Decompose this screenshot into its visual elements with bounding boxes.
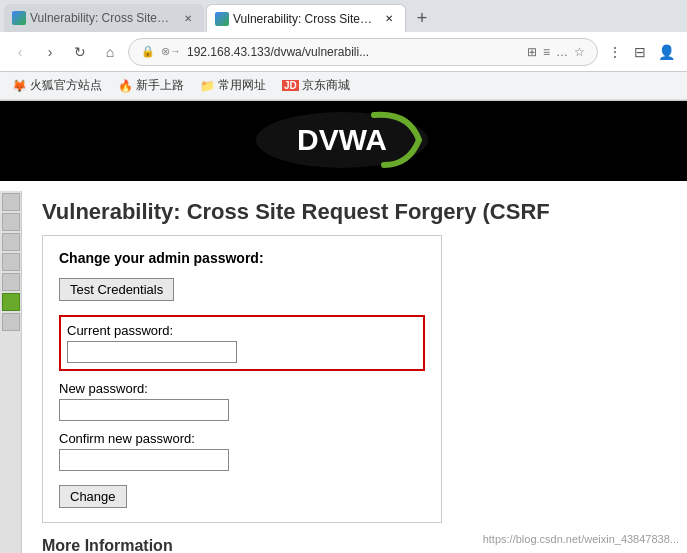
new-password-input[interactable] (59, 399, 229, 421)
account-icon[interactable]: 👤 (654, 42, 679, 62)
sidebar-item-6-active (2, 293, 20, 311)
change-button[interactable]: Change (59, 485, 127, 508)
tab-1-title: Vulnerability: Cross Site Req... (30, 11, 172, 25)
tab-2-favicon (215, 12, 229, 26)
sidebar-item-5 (2, 273, 20, 291)
sidebar (0, 191, 22, 553)
bookmark-4-label: 京东商城 (302, 77, 350, 94)
new-password-group: New password: (59, 381, 425, 421)
forward-button[interactable]: › (38, 40, 62, 64)
tab-1[interactable]: Vulnerability: Cross Site Req... ✕ (4, 4, 204, 32)
tab-bar: Vulnerability: Cross Site Req... ✕ Vulne… (0, 0, 687, 32)
ev-icon: ⊗→ (161, 45, 181, 58)
address-bar: ‹ › ↻ ⌂ 🔒 ⊗→ 192.168.43.133/dvwa/vulnera… (0, 32, 687, 72)
tab-2[interactable]: Vulnerability: Cross Site Req... ✕ (206, 4, 406, 32)
page-title: Vulnerability: Cross Site Request Forger… (42, 199, 667, 225)
more-icon: … (556, 45, 568, 59)
bookmark-2-label: 新手上路 (136, 77, 184, 94)
tab-1-close[interactable]: ✕ (180, 10, 196, 26)
back-button[interactable]: ‹ (8, 40, 32, 64)
main-content: Vulnerability: Cross Site Request Forger… (0, 181, 687, 553)
bookmark-2[interactable]: 🔥 新手上路 (114, 75, 188, 96)
dvwa-logo: DVWA (254, 110, 434, 173)
sidebar-item-2 (2, 213, 20, 231)
dvwa-header: DVWA (0, 101, 687, 181)
page-content: DVWA Vulnerability: Cross Site Request F… (0, 101, 687, 553)
bookmark-3-label: 常用网址 (218, 77, 266, 94)
form-heading: Change your admin password: (59, 250, 425, 266)
lock-icon: 🔒 (141, 45, 155, 58)
reader-icon: ≡ (543, 45, 550, 59)
new-tab-button[interactable]: + (408, 4, 436, 32)
current-password-label: Current password: (67, 323, 417, 338)
sidebar-item-4 (2, 253, 20, 271)
tab-2-title: Vulnerability: Cross Site Req... (233, 12, 373, 26)
address-text: 192.168.43.133/dvwa/vulnerabili... (187, 45, 521, 59)
sidebar-item-1 (2, 193, 20, 211)
confirm-password-group: Confirm new password: (59, 431, 425, 471)
new-password-label: New password: (59, 381, 425, 396)
confirm-password-input[interactable] (59, 449, 229, 471)
bookmark-4-icon: JD (282, 80, 299, 91)
home-button[interactable]: ⌂ (98, 40, 122, 64)
bookmark-3[interactable]: 📁 常用网址 (196, 75, 270, 96)
bookmark-1[interactable]: 🦊 火狐官方站点 (8, 75, 106, 96)
current-password-group: Current password: (59, 315, 425, 371)
toolbar-icons: ⋮ ⊟ 👤 (604, 42, 679, 62)
bookmarks-bar: 🦊 火狐官方站点 🔥 新手上路 📁 常用网址 JD 京东商城 (0, 72, 687, 100)
browser-chrome: Vulnerability: Cross Site Req... ✕ Vulne… (0, 0, 687, 101)
watermark: https://blog.csdn.net/weixin_43847838... (483, 533, 679, 545)
confirm-password-label: Confirm new password: (59, 431, 425, 446)
bookmark-2-icon: 🔥 (118, 79, 133, 93)
test-credentials-button[interactable]: Test Credentials (59, 278, 174, 301)
bookmark-4[interactable]: JD 京东商城 (278, 75, 354, 96)
content-area: Vulnerability: Cross Site Request Forger… (22, 191, 687, 553)
tab-2-close[interactable]: ✕ (381, 11, 397, 27)
grid-icon: ⊞ (527, 45, 537, 59)
form-box: Change your admin password: Test Credent… (42, 235, 442, 523)
svg-text:DVWA: DVWA (297, 123, 387, 156)
sidebar-item-3 (2, 233, 20, 251)
bookmark-1-label: 火狐官方站点 (30, 77, 102, 94)
address-input-bar[interactable]: 🔒 ⊗→ 192.168.43.133/dvwa/vulnerabili... … (128, 38, 598, 66)
dvwa-logo-svg: DVWA (254, 110, 434, 170)
current-password-input[interactable] (67, 341, 237, 363)
sidebar-icon[interactable]: ⊟ (630, 42, 650, 62)
star-icon[interactable]: ☆ (574, 45, 585, 59)
bookmark-3-icon: 📁 (200, 79, 215, 93)
extensions-icon[interactable]: ⋮ (604, 42, 626, 62)
refresh-button[interactable]: ↻ (68, 40, 92, 64)
sidebar-item-7 (2, 313, 20, 331)
bookmark-1-icon: 🦊 (12, 79, 27, 93)
tab-1-favicon (12, 11, 26, 25)
